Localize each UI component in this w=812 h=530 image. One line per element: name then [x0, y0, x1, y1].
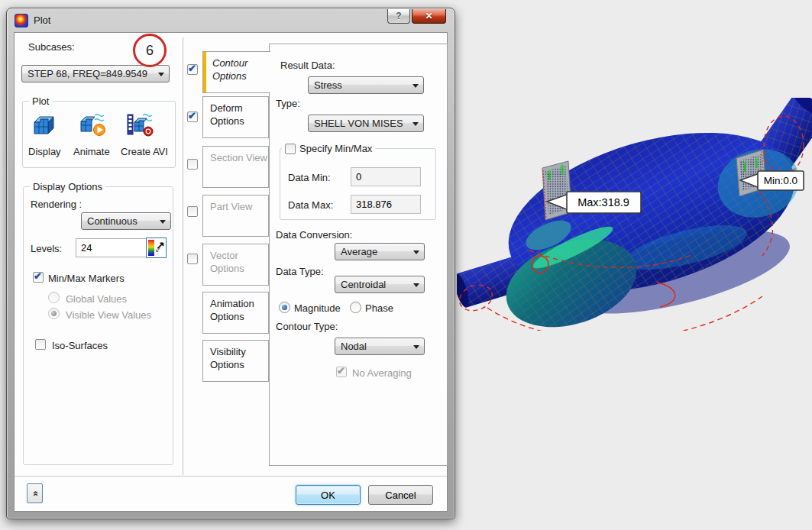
levels-input[interactable]: [76, 238, 147, 257]
specify-minmax-checkbox[interactable]: [285, 144, 296, 154]
footer-divider: [15, 476, 447, 477]
phase-label: Phase: [365, 302, 393, 314]
levels-label: Levels:: [31, 243, 62, 254]
chevron-down-icon: [412, 122, 419, 126]
global-values-radio[interactable]: [48, 292, 60, 303]
collapse-arrow-icon: ↙: [155, 245, 161, 254]
chevron-down-icon: [413, 250, 419, 254]
part-view-checkbox[interactable]: [187, 206, 198, 217]
no-averaging-label: No Averaging: [352, 367, 412, 379]
collapse-dialog-button[interactable]: »: [27, 483, 43, 503]
rendering-value: Continuous: [87, 215, 137, 227]
result-data-value: Stress: [314, 79, 342, 91]
tab-vector-options[interactable]: Vector Options: [202, 244, 269, 286]
type-label: Type:: [276, 98, 300, 109]
data-type-label: Data Type:: [276, 266, 324, 277]
tab-visibility-options[interactable]: Visibility Options: [202, 340, 269, 382]
data-conversion-value: Average: [341, 246, 377, 257]
create-avi-button-label: Create AVI: [121, 146, 168, 157]
contour-type-dropdown[interactable]: Nodal: [335, 338, 425, 355]
phase-radio[interactable]: [350, 302, 361, 313]
type-dropdown[interactable]: SHELL VON MISES ST: [308, 115, 424, 132]
subcases-value: STEP 68, FREQ=849.9549: [27, 68, 147, 79]
minmax-markers-checkbox[interactable]: [33, 272, 44, 283]
vector-options-checkbox[interactable]: [187, 254, 198, 264]
plot-group: Plot: [22, 101, 176, 168]
visible-view-values-radio[interactable]: [48, 308, 60, 319]
close-icon: ✕: [425, 11, 432, 21]
chevron-down-icon: [413, 345, 419, 349]
subcases-label: Subcases:: [28, 41, 75, 53]
close-button[interactable]: ✕: [412, 9, 446, 24]
chevron-down-icon: [160, 220, 166, 224]
no-averaging-checkbox[interactable]: [336, 367, 347, 377]
window-title: Plot: [34, 15, 50, 26]
contour-options-checkbox[interactable]: [187, 64, 198, 75]
iso-surfaces-label: Iso-Surfaces: [52, 340, 108, 351]
section-view-checkbox[interactable]: [187, 159, 198, 170]
data-min-input[interactable]: [351, 167, 421, 186]
question-icon: ?: [396, 11, 401, 21]
rendering-dropdown[interactable]: Continuous: [81, 212, 171, 230]
display-button[interactable]: [29, 111, 60, 138]
dialog-content: 6 Subcases: STEP 68, FREQ=849.9549 Plot: [14, 32, 448, 512]
global-values-label: Global Values: [66, 293, 127, 305]
minmax-markers-label: Min/Max Markers: [48, 273, 125, 284]
tab-part-view[interactable]: Part View: [202, 195, 269, 237]
chevron-down-icon: [412, 84, 419, 88]
animate-button[interactable]: [78, 111, 108, 138]
result-data-label: Result Data:: [280, 60, 335, 71]
max-marker-label: Max:318.9: [577, 196, 629, 208]
type-value: SHELL VON MISES ST: [314, 118, 406, 129]
model-viewport[interactable]: Max:318.9 Min:0.0: [457, 98, 812, 331]
contour-type-value: Nodal: [341, 341, 367, 352]
contour-type-label: Contour Type:: [276, 321, 338, 332]
tab-section-view[interactable]: Section View: [202, 146, 269, 188]
chevron-down-icon: [158, 73, 164, 76]
create-avi-button[interactable]: [125, 111, 156, 138]
tab-animation-options[interactable]: Animation Options: [202, 292, 269, 334]
subcases-dropdown[interactable]: STEP 68, FREQ=849.9549: [21, 65, 170, 82]
contour-plot-app-icon: [15, 14, 28, 27]
data-conversion-dropdown[interactable]: Average: [335, 243, 425, 260]
data-max-input[interactable]: [351, 195, 421, 214]
iso-surfaces-checkbox[interactable]: [35, 339, 46, 350]
plot-dialog: Plot ? ✕ 6 Subcases: STEP 68, FREQ=849.9…: [6, 8, 455, 519]
tab-deform-options[interactable]: Deform Options: [202, 96, 269, 138]
data-min-label: Data Min:: [288, 172, 331, 183]
min-marker-label: Min:0.0: [764, 175, 797, 186]
muffler-body: [490, 103, 812, 331]
magnitude-radio[interactable]: [279, 302, 290, 313]
annotation-circle: 6: [133, 34, 167, 67]
result-data-dropdown[interactable]: Stress: [308, 76, 424, 94]
display-options-title: Display Options: [30, 181, 105, 192]
panel-divider: [183, 37, 183, 475]
contour-options-panel: Result Data: Stress Type: SHELL VON MISE…: [269, 44, 448, 466]
chevron-down-icon: [413, 283, 419, 287]
animate-icon: [79, 112, 107, 137]
magnitude-label: Magnitude: [294, 302, 341, 314]
display-options-group: Display Options Rendering : Continuous L…: [23, 186, 173, 465]
animate-button-label: Animate: [73, 146, 110, 157]
specify-minmax-label: Specify Min/Max: [299, 143, 372, 154]
rendering-label: Rendering :: [31, 199, 82, 210]
data-max-label: Data Max:: [288, 199, 333, 211]
visible-view-values-label: Visible View Values: [66, 309, 151, 321]
tab-contour-options[interactable]: Contour Options: [202, 51, 270, 93]
display-plot-icon: [31, 113, 57, 136]
help-button[interactable]: ?: [387, 9, 410, 24]
rainbow-gradient-icon: [148, 240, 154, 256]
plot-group-title: Plot: [29, 95, 52, 107]
annotation-number: 6: [146, 43, 154, 59]
ok-button[interactable]: OK: [296, 485, 361, 505]
display-button-label: Display: [28, 146, 61, 157]
data-type-value: Centroidal: [341, 279, 386, 290]
deform-options-checkbox[interactable]: [187, 111, 198, 122]
cancel-button[interactable]: Cancel: [368, 485, 433, 505]
data-type-dropdown[interactable]: Centroidal: [335, 276, 425, 293]
create-avi-icon: [126, 112, 155, 137]
specify-minmax-group: Specify Min/Max Data Min: Data Max:: [280, 148, 436, 220]
data-conversion-label: Data Conversion:: [276, 229, 352, 241]
double-chevron-up-icon: »: [29, 490, 40, 496]
levels-palette-button[interactable]: ↗ ↙: [146, 238, 167, 258]
